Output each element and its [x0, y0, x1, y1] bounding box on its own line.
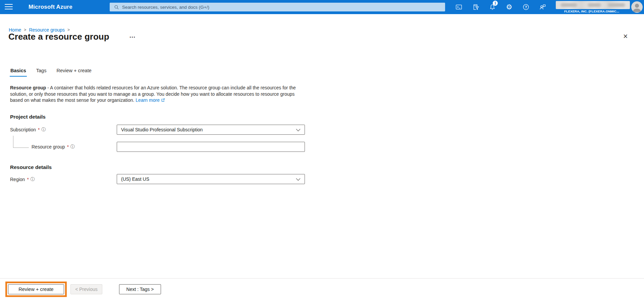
search-placeholder: Search resources, services, and docs (G+…: [122, 5, 209, 10]
page-title: Create a resource group: [8, 32, 109, 42]
footer-divider: [0, 278, 644, 279]
region-select[interactable]: (US) East US: [117, 174, 305, 184]
tab-review-create[interactable]: Review + create: [56, 68, 92, 77]
subscription-label: Subscription* ⓘ: [10, 127, 46, 132]
tab-tags[interactable]: Tags: [36, 68, 47, 77]
tenant-name: FLEXERA, INC. (FLEXERA.ONMIC...: [553, 9, 630, 13]
field-connector-line: [13, 147, 29, 148]
top-bar: Microsoft Azure Search resources, servic…: [0, 0, 644, 14]
review-create-button[interactable]: Review + create: [8, 284, 64, 294]
previous-button[interactable]: < Previous: [70, 284, 102, 294]
avatar[interactable]: [631, 1, 643, 13]
resource-group-description: Resource group - A container that holds …: [10, 85, 303, 103]
feedback-icon[interactable]: [539, 3, 547, 11]
svg-text:?: ?: [525, 5, 527, 9]
resource-group-info-icon[interactable]: ⓘ: [70, 144, 75, 149]
tab-basics[interactable]: Basics: [10, 68, 27, 77]
hamburger-menu-icon[interactable]: [5, 4, 13, 10]
help-icon[interactable]: ?: [522, 3, 530, 11]
resource-group-name-input[interactable]: [117, 142, 305, 152]
search-icon: [114, 5, 119, 10]
close-icon[interactable]: ×: [623, 32, 628, 40]
context-menu-ellipsis-icon[interactable]: ...: [129, 32, 136, 39]
project-details-heading: Project details: [10, 114, 46, 120]
directory-filter-icon[interactable]: [472, 3, 480, 11]
region-info-icon[interactable]: ⓘ: [31, 177, 35, 182]
notification-badge: 1: [493, 1, 498, 6]
external-link-icon: [161, 98, 165, 102]
description-lead: Resource group: [10, 85, 46, 90]
cloud-shell-icon[interactable]: [455, 3, 463, 11]
account-name-redacted[interactable]: [556, 1, 630, 9]
resource-group-label: Resource group* ⓘ: [32, 144, 75, 150]
azure-brand-link[interactable]: Microsoft Azure: [29, 0, 72, 14]
tab-bar: Basics Tags Review + create: [10, 68, 92, 77]
subscription-info-icon[interactable]: ⓘ: [42, 127, 46, 132]
global-search-input[interactable]: Search resources, services, and docs (G+…: [110, 3, 445, 11]
chevron-down-icon: [296, 129, 301, 131]
resource-details-heading: Resource details: [10, 164, 52, 170]
chevron-down-icon: [296, 178, 301, 181]
next-tags-button[interactable]: Next : Tags >: [119, 284, 161, 294]
settings-gear-icon[interactable]: ⚙: [505, 3, 513, 11]
region-label: Region* ⓘ: [10, 177, 35, 182]
learn-more-link[interactable]: Learn more: [136, 97, 165, 103]
subscription-select[interactable]: Visual Studio Professional Subscription: [117, 125, 305, 135]
field-connector-line: [13, 136, 13, 148]
